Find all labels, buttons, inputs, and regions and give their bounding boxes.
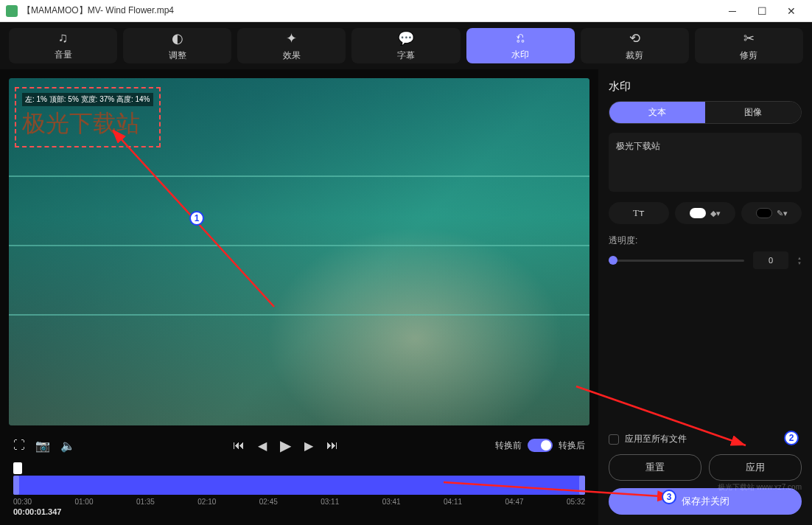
transport-controls: ⏮ ◀ ▶ ▶ ⏭ <box>233 437 338 454</box>
tool-label: 水印 <box>511 49 529 61</box>
after-label: 转换后 <box>559 439 585 452</box>
tab-text[interactable]: 文本 <box>609 102 705 123</box>
pen-icon: ✎▾ <box>777 209 788 218</box>
tool-adjust[interactable]: ◐ 调整 <box>123 28 231 63</box>
watermark-text-input[interactable] <box>609 133 802 192</box>
music-note-icon: ♫ <box>58 30 69 46</box>
tick-label: 03:41 <box>382 498 401 506</box>
play-icon[interactable]: ▶ <box>280 437 291 454</box>
watermark-overlay[interactable]: 左: 1% 顶部: 5% 宽度: 37% 高度: 14% 极光下载站 <box>15 87 161 147</box>
trim-end-handle[interactable] <box>579 476 585 495</box>
tool-label: 音量 <box>55 49 72 61</box>
trim-start-handle[interactable] <box>13 476 19 495</box>
tick-label: 02:45 <box>259 498 278 506</box>
tick-label: 02:10 <box>197 498 216 506</box>
color-swatch-black <box>756 208 772 218</box>
tool-label: 效果 <box>283 49 301 62</box>
skip-end-icon[interactable]: ⏭ <box>326 439 338 452</box>
snapshot-icon[interactable]: 📷 <box>35 439 50 453</box>
toggle-switch[interactable] <box>528 439 553 452</box>
playback-controls: ⛶ 📷 🔈 ⏮ ◀ ▶ ▶ ⏭ 转换前 转换后 <box>9 431 589 459</box>
current-timecode: 00:00:01.347 <box>13 507 585 516</box>
tool-trim[interactable]: ✂ 修剪 <box>695 28 803 63</box>
stamp-icon: ⎌ <box>517 30 525 46</box>
slider-thumb[interactable] <box>609 256 617 265</box>
close-button[interactable]: ✕ <box>777 1 806 21</box>
apply-all-label: 应用至所有文件 <box>625 433 687 445</box>
sidebar-actions: 应用至所有文件 重置 应用 保存并关闭 <box>609 433 802 515</box>
watermark-position-info: 左: 1% 顶部: 5% 宽度: 37% 高度: 14% <box>22 93 153 106</box>
chat-icon: 💬 <box>398 30 414 46</box>
paint-bucket-icon: ◆▾ <box>710 209 721 218</box>
outline-color-button[interactable]: ✎▾ <box>741 202 802 224</box>
stepper-up-icon[interactable]: ▲ <box>797 256 802 260</box>
main-toolbar: ♫ 音量 ◐ 调整 ✦ 效果 💬 字幕 ⎌ 水印 ⟲ 裁剪 ✂ 修剪 <box>0 22 812 69</box>
tool-volume[interactable]: ♫ 音量 <box>9 28 117 63</box>
preview-mode-toggle[interactable]: 转换前 转换后 <box>495 439 585 452</box>
timeline: 00:30 01:00 01:35 02:10 02:45 03:11 03:4… <box>9 462 589 516</box>
tick-label: 01:35 <box>136 498 155 506</box>
stepper-down-icon[interactable]: ▼ <box>797 261 802 265</box>
apply-all-checkbox[interactable] <box>609 434 619 445</box>
reset-button[interactable]: 重置 <box>609 454 701 481</box>
font-style-button[interactable]: T⁠ᴛ <box>609 202 669 224</box>
app-icon <box>6 5 18 17</box>
tool-crop[interactable]: ⟲ 裁剪 <box>581 28 689 63</box>
tool-label: 修剪 <box>740 49 757 62</box>
window-controls: ─ ☐ ✕ <box>718 1 806 21</box>
before-label: 转换前 <box>495 439 522 452</box>
tool-subtitle[interactable]: 💬 字幕 <box>351 28 460 63</box>
skip-start-icon[interactable]: ⏮ <box>233 439 245 452</box>
tick-label: 03:11 <box>321 498 339 506</box>
tool-label: 字幕 <box>397 49 415 62</box>
opacity-label: 透明度: <box>609 234 802 247</box>
prev-frame-icon[interactable]: ◀ <box>258 439 267 453</box>
tool-label: 裁剪 <box>626 49 643 62</box>
titlebar: 【MAMAMOO】MV- Wind Flower.mp4 ─ ☐ ✕ <box>0 0 812 22</box>
tool-watermark[interactable]: ⎌ 水印 <box>466 28 575 63</box>
playhead-handle[interactable] <box>13 462 22 474</box>
save-close-button[interactable]: 保存并关闭 <box>609 488 802 515</box>
tick-label: 05:32 <box>567 498 585 506</box>
watermark-sidebar: 水印 文本 图像 T⁠ᴛ ◆▾ ✎▾ 透明度: 0 <box>598 69 812 525</box>
tick-label: 01:00 <box>74 498 93 506</box>
text-style-row: T⁠ᴛ ◆▾ ✎▾ <box>609 202 802 224</box>
opacity-slider[interactable] <box>609 260 744 262</box>
scissors-icon: ✂ <box>743 30 755 46</box>
next-frame-icon[interactable]: ▶ <box>304 439 313 453</box>
tick-label: 04:11 <box>444 498 462 506</box>
apply-button[interactable]: 应用 <box>709 454 802 481</box>
timeline-ticks: 00:30 01:00 01:35 02:10 02:45 03:11 03:4… <box>13 498 585 506</box>
watermark-text-preview: 极光下载站 <box>22 108 153 140</box>
video-preview[interactable]: 左: 1% 顶部: 5% 宽度: 37% 高度: 14% 极光下载站 1 <box>9 78 589 425</box>
sidebar-title: 水印 <box>609 80 802 94</box>
color-swatch-white <box>690 208 706 218</box>
wand-icon: ✦ <box>286 30 297 46</box>
minimize-button[interactable]: ─ <box>718 1 747 21</box>
text-style-icon: T⁠ᴛ <box>633 207 645 219</box>
timeline-track[interactable] <box>13 476 585 495</box>
opacity-value[interactable]: 0 <box>753 251 788 269</box>
apply-all-row[interactable]: 应用至所有文件 <box>609 433 802 445</box>
crop-icon: ⟲ <box>629 30 640 46</box>
opacity-stepper[interactable]: ▲ ▼ <box>797 256 802 265</box>
tab-image[interactable]: 图像 <box>705 102 801 123</box>
opacity-number: 0 <box>769 256 773 265</box>
contrast-icon: ◐ <box>172 30 183 46</box>
preview-panel: 左: 1% 顶部: 5% 宽度: 37% 高度: 14% 极光下载站 1 ⛶ 📷… <box>0 69 598 525</box>
tool-effect[interactable]: ✦ 效果 <box>237 28 346 63</box>
maximize-button[interactable]: ☐ <box>747 1 777 21</box>
main-area: 左: 1% 顶部: 5% 宽度: 37% 高度: 14% 极光下载站 1 ⛶ 📷… <box>0 69 812 525</box>
tick-label: 04:47 <box>505 498 524 506</box>
opacity-control: 0 ▲ ▼ <box>609 251 802 269</box>
window-title: 【MAMAMOO】MV- Wind Flower.mp4 <box>22 4 718 17</box>
tool-label: 调整 <box>169 49 186 62</box>
fullscreen-icon[interactable]: ⛶ <box>13 439 25 452</box>
fill-color-button[interactable]: ◆▾ <box>675 202 735 224</box>
watermark-type-tabs: 文本 图像 <box>609 101 802 124</box>
mute-icon[interactable]: 🔈 <box>60 439 75 453</box>
tick-label: 00:30 <box>13 498 32 506</box>
